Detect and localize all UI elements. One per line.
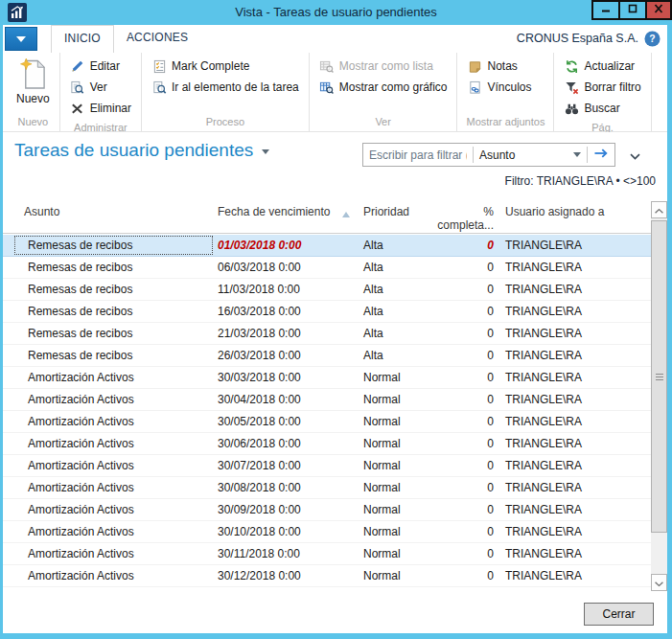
table-row[interactable]: Remesas de recibos01/03/2018 0:00Alta0TR… — [3, 235, 651, 257]
cell-priority[interactable]: Alta — [358, 345, 425, 366]
cell-subject[interactable]: Amortización Activos — [3, 367, 216, 388]
apply-filter-button[interactable] — [588, 144, 614, 166]
cell-user[interactable]: TRIANGLE\RA — [496, 367, 651, 388]
scrollbar-thumb[interactable] — [651, 220, 667, 533]
tab-inicio[interactable]: INICIO — [51, 25, 114, 53]
table-row[interactable]: Amortización Activos30/11/2018 0:00Norma… — [3, 543, 651, 565]
column-header-usuario[interactable]: Usuario asignado a — [496, 201, 651, 233]
ribbon-button-notas[interactable]: Notas — [464, 56, 546, 77]
ribbon-button-editar[interactable]: Editar — [67, 56, 134, 77]
cell-subject[interactable]: Amortización Activos — [3, 389, 216, 410]
cell-user[interactable]: TRIANGLE\RA — [496, 257, 651, 278]
cell-due[interactable]: 30/07/2018 0:00 — [216, 455, 358, 476]
cell-pct[interactable]: 0 — [425, 499, 496, 520]
ribbon-button-actualizar[interactable]: Actualizar — [561, 56, 643, 77]
cell-pct[interactable]: 0 — [425, 367, 496, 388]
cell-subject[interactable]: Amortización Activos — [3, 433, 216, 454]
column-header-fecha[interactable]: Fecha de vencimiento — [216, 201, 358, 233]
cell-user[interactable]: TRIANGLE\RA — [496, 279, 651, 300]
cell-priority[interactable]: Alta — [358, 235, 425, 256]
cell-due[interactable]: 30/06/2018 0:00 — [216, 433, 358, 454]
table-row[interactable]: Remesas de recibos06/03/2018 0:00Alta0TR… — [3, 257, 651, 279]
cell-due[interactable]: 30/10/2018 0:00 — [216, 521, 358, 542]
cell-user[interactable]: TRIANGLE\RA — [496, 477, 651, 498]
chevron-down-icon[interactable] — [262, 149, 269, 154]
cell-user[interactable]: TRIANGLE\RA — [496, 499, 651, 520]
cell-subject[interactable]: Amortización Activos — [3, 411, 216, 432]
cell-user[interactable]: TRIANGLE\RA — [496, 565, 651, 586]
cell-priority[interactable]: Normal — [358, 389, 425, 410]
ribbon-button-ver[interactable]: Ver — [67, 77, 134, 98]
table-row[interactable]: Amortización Activos30/05/2018 0:00Norma… — [3, 411, 651, 433]
table-row[interactable]: Amortización Activos30/12/2018 0:00Norma… — [3, 565, 651, 587]
table-row[interactable]: Remesas de recibos11/03/2018 0:00Alta0TR… — [3, 279, 651, 301]
maximize-button[interactable] — [618, 0, 647, 20]
cell-subject[interactable]: Remesas de recibos — [3, 323, 216, 344]
cell-pct[interactable]: 0 — [425, 521, 496, 542]
close-button[interactable]: Cerrar — [584, 603, 654, 626]
cell-due[interactable]: 26/03/2018 0:00 — [216, 345, 358, 366]
cell-priority[interactable]: Alta — [358, 323, 425, 344]
cell-due[interactable]: 30/08/2018 0:00 — [216, 477, 358, 498]
cell-user[interactable]: TRIANGLE\RA — [496, 455, 651, 476]
table-row[interactable]: Amortización Activos30/07/2018 0:00Norma… — [3, 455, 651, 477]
application-menu-button[interactable] — [5, 27, 37, 51]
ribbon-button-borrar-filtro[interactable]: Borrar filtro — [561, 77, 643, 98]
table-row[interactable]: Remesas de recibos26/03/2018 0:00Alta0TR… — [3, 345, 651, 367]
minimize-button[interactable] — [591, 0, 620, 20]
scroll-up-button[interactable] — [651, 201, 667, 218]
ribbon-button-eliminar[interactable]: Eliminar — [67, 98, 134, 119]
cell-subject[interactable]: Amortización Activos — [3, 477, 216, 498]
table-row[interactable]: Amortización Activos30/08/2018 0:00Norma… — [3, 477, 651, 499]
table-row[interactable]: Remesas de recibos16/03/2018 0:00Alta0TR… — [3, 301, 651, 323]
cell-user[interactable]: TRIANGLE\RA — [496, 235, 651, 256]
cell-due[interactable]: 30/04/2018 0:00 — [216, 389, 358, 410]
cell-pct[interactable]: 0 — [425, 455, 496, 476]
ribbon-button-mark-complete[interactable]: Mark Complete — [149, 56, 302, 77]
cell-due[interactable]: 16/03/2018 0:00 — [216, 301, 358, 322]
cell-due[interactable]: 30/09/2018 0:00 — [216, 499, 358, 520]
close-window-button[interactable] — [645, 0, 672, 20]
cell-due[interactable]: 06/03/2018 0:00 — [216, 257, 358, 278]
filter-column-select[interactable]: Asunto — [474, 144, 587, 166]
cell-subject[interactable]: Amortización Activos — [3, 543, 216, 564]
cell-pct[interactable]: 0 — [425, 301, 496, 322]
cell-pct[interactable]: 0 — [425, 433, 496, 454]
cell-priority[interactable]: Normal — [358, 565, 425, 586]
cell-priority[interactable]: Alta — [358, 301, 425, 322]
cell-pct[interactable]: 0 — [425, 411, 496, 432]
cell-pct[interactable]: 0 — [425, 389, 496, 410]
cell-priority[interactable]: Normal — [358, 433, 425, 454]
cell-priority[interactable]: Normal — [358, 499, 425, 520]
cell-pct[interactable]: 0 — [425, 323, 496, 344]
ribbon-button-v-nculos[interactable]: Vínculos — [464, 77, 546, 98]
cell-priority[interactable]: Normal — [358, 521, 425, 542]
cell-user[interactable]: TRIANGLE\RA — [496, 323, 651, 344]
scroll-down-button[interactable] — [651, 574, 667, 591]
cell-due[interactable]: 01/03/2018 0:00 — [216, 235, 358, 256]
cell-due[interactable]: 11/03/2018 0:00 — [216, 279, 358, 300]
cell-priority[interactable]: Normal — [358, 367, 425, 388]
cell-pct[interactable]: 0 — [425, 279, 496, 300]
cell-priority[interactable]: Normal — [358, 455, 425, 476]
cell-subject[interactable]: Remesas de recibos — [3, 279, 216, 300]
cell-subject[interactable]: Amortización Activos — [3, 499, 216, 520]
cell-priority[interactable]: Alta — [358, 257, 425, 278]
cell-user[interactable]: TRIANGLE\RA — [496, 433, 651, 454]
cell-due[interactable]: 30/11/2018 0:00 — [216, 543, 358, 564]
column-header-prioridad[interactable]: Prioridad — [358, 201, 425, 233]
column-header-asunto[interactable]: Asunto — [3, 201, 216, 233]
ribbon-button-buscar[interactable]: Buscar — [561, 98, 643, 119]
filter-input[interactable] — [363, 148, 473, 162]
cell-priority[interactable]: Normal — [358, 543, 425, 564]
table-row[interactable]: Amortización Activos30/09/2018 0:00Norma… — [3, 499, 651, 521]
cell-due[interactable]: 21/03/2018 0:00 — [216, 323, 358, 344]
table-row[interactable]: Amortización Activos30/10/2018 0:00Norma… — [3, 521, 651, 543]
cell-due[interactable]: 30/05/2018 0:00 — [216, 411, 358, 432]
cell-subject[interactable]: Amortización Activos — [3, 565, 216, 586]
cell-user[interactable]: TRIANGLE\RA — [496, 345, 651, 366]
cell-subject[interactable]: Remesas de recibos — [3, 345, 216, 366]
tab-acciones[interactable]: ACCIONES — [114, 25, 200, 53]
cell-user[interactable]: TRIANGLE\RA — [496, 521, 651, 542]
cell-due[interactable]: 30/12/2018 0:00 — [216, 565, 358, 586]
